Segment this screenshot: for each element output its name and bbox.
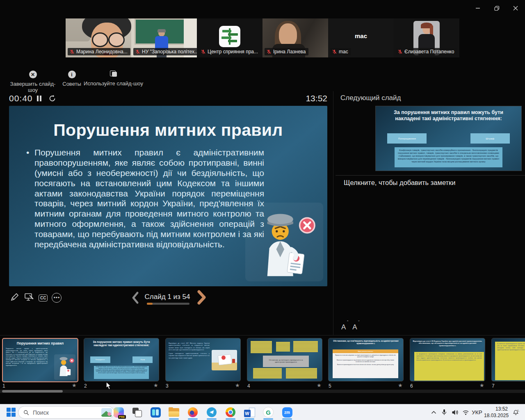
language-indicator[interactable]: УКР — [470, 404, 484, 420]
slide-thumbnail-5[interactable]: Обставинами, що пом'якшують відповідальн… — [328, 338, 404, 381]
start-button[interactable] — [2, 404, 20, 420]
tray-network-button[interactable] — [460, 404, 471, 420]
thumb3-body: Відповідно до статті 467 Митного кодексу… — [169, 342, 210, 361]
thumb3-star-icon[interactable]: ★ — [235, 382, 240, 388]
taskbar: Поиск PRE W — [0, 404, 525, 420]
pause-timer-button[interactable] — [37, 96, 41, 101]
copilot-pre-badge: PRE — [118, 415, 126, 419]
video-tile-participant-1[interactable]: Марина Леонидовна... — [66, 18, 131, 57]
speaker-icon — [452, 409, 459, 415]
notification-center-button[interactable]: z z — [510, 404, 522, 420]
slide-thumbnail-7[interactable]: 4) вчинення правопорушення групою осіб; … — [491, 338, 525, 381]
thumb6-star-icon[interactable]: ★ — [479, 382, 484, 388]
previous-slide-button[interactable] — [131, 291, 139, 306]
muted-mic-icon — [69, 49, 75, 55]
thumb2-title: За порушення митних правил можуть бути н… — [88, 340, 155, 347]
copilot-icon: PRE — [114, 407, 124, 418]
running-indicator — [207, 418, 217, 420]
pen-tool-icon[interactable] — [10, 292, 20, 304]
slide-title: Порушення митних правил — [9, 121, 327, 140]
thumb2-star-icon[interactable]: ★ — [153, 382, 158, 388]
slide-thumbnail-2[interactable]: За порушення митних правил можуть бути н… — [84, 338, 159, 381]
thumb2-number: 2 — [84, 383, 87, 389]
restore-button[interactable] — [490, 2, 504, 14]
slide-body: • Порушення митних правил є адміністрати… — [26, 148, 264, 250]
taskbar-clock[interactable]: 13:52 18.03.2025 — [484, 406, 508, 419]
running-indicator — [282, 418, 292, 420]
participant-name: mac — [339, 49, 348, 55]
thumb7-body: 4) вчинення правопорушення групою осіб; … — [495, 342, 525, 380]
bullet-marker: • — [26, 148, 29, 158]
thumb5-number: 5 — [329, 383, 331, 389]
muted-mic-icon — [135, 49, 140, 55]
participant-name: Ірина Лазнева — [273, 49, 306, 55]
tray-volume-button[interactable] — [450, 404, 460, 420]
minimize-button[interactable] — [471, 2, 485, 14]
thumb4-center-box: Обставинами, що пом'якшують відповідальн… — [263, 356, 309, 367]
restart-timer-button[interactable] — [48, 94, 56, 104]
thumb5-star-icon[interactable]: ★ — [398, 382, 403, 388]
slide-thumbnail-6[interactable]: Відповідно до статті 35 Кодексу України … — [410, 338, 485, 381]
thumb1-title: Порушення митних правил — [3, 341, 78, 345]
firefox-button[interactable] — [184, 404, 201, 420]
zoom-button[interactable]: zm — [278, 404, 296, 420]
thumb5-box: Щире розкаяння винного Відвернення винни… — [333, 349, 398, 378]
thumbnail-scrollbar-track[interactable] — [0, 390, 525, 393]
slide-thumbnail-1[interactable]: Порушення митних правил Порушення митних… — [2, 338, 78, 382]
current-slide[interactable]: Порушення митних правил • Порушення митн… — [9, 106, 327, 286]
next-slide-title: За порушення митних правил можуть бути н… — [383, 110, 514, 122]
folder-icon — [169, 408, 179, 417]
tray-microphone-button[interactable] — [439, 404, 450, 420]
telegram-button[interactable] — [203, 404, 220, 420]
more-options-icon[interactable]: ••• — [52, 293, 62, 303]
video-tile-participant-3[interactable]: Центр сприяння пра... — [197, 18, 262, 57]
task-view-button[interactable] — [128, 404, 146, 420]
thumb4-star-icon[interactable]: ★ — [317, 382, 322, 388]
end-slideshow-button[interactable]: ✕ Завершить слайд-шоу — [6, 71, 60, 93]
file-explorer-button[interactable] — [165, 404, 183, 420]
video-tile-participant-6[interactable]: Єлизавета Потапенко — [394, 18, 459, 57]
decrease-font-button[interactable]: Aˇ — [352, 323, 357, 331]
chevron-up-icon — [431, 411, 436, 414]
tips-button[interactable]: i Советы — [60, 71, 84, 87]
thumb2-warning-box: Попередження — [90, 356, 110, 363]
participant-display-name: mac — [328, 32, 394, 39]
tray-expand-button[interactable] — [428, 404, 439, 420]
end-slideshow-label: Завершить слайд-шоу — [10, 81, 56, 93]
close-circle-icon: ✕ — [29, 71, 37, 78]
app-panels-button[interactable] — [147, 404, 164, 420]
next-slide-preview: За порушення митних правил можуть бути н… — [375, 106, 522, 171]
thumbnail-scrollbar-thumb[interactable] — [2, 390, 63, 393]
participant-name: Центр сприяння пра... — [208, 49, 258, 55]
closed-captions-icon[interactable]: CC — [39, 294, 48, 301]
thumb4-box — [251, 341, 272, 353]
participant-name-badge: Марина Леонидовна... — [68, 48, 130, 55]
increase-font-button[interactable]: Aˆ — [341, 323, 346, 331]
thumbnail-strip-divider — [0, 335, 525, 336]
next-slide-button[interactable] — [196, 290, 207, 307]
presenter-window: Марина Леонидовна... НУ "Запорізька полі… — [0, 0, 525, 420]
slide-thumbnail-4[interactable]: Обставинами, що пом'якшують відповідальн… — [247, 338, 322, 381]
video-tile-participant-5[interactable]: mac mac — [328, 18, 394, 57]
use-slideshow-button[interactable]: Используйте слайд-шоу — [84, 71, 143, 87]
laser-pointer-icon[interactable] — [24, 292, 34, 304]
participant-name-badge: Ірина Лазнева — [265, 48, 308, 55]
chrome-button[interactable] — [222, 404, 239, 420]
running-indicator — [169, 418, 179, 420]
video-tile-participant-4[interactable]: Ірина Лазнева — [262, 18, 328, 57]
firefox-icon — [188, 407, 198, 417]
grammarly-icon: G — [263, 407, 274, 418]
thumb1-star-icon[interactable]: ★ — [72, 382, 77, 388]
grammarly-button[interactable]: G — [260, 404, 277, 420]
close-button[interactable] — [509, 2, 523, 14]
slide-thumbnail-3[interactable]: Відповідно до статті 467 Митного кодексу… — [165, 338, 241, 381]
video-tile-participant-2-active[interactable]: НУ "Запорізька політех... — [131, 18, 197, 57]
svg-text:z: z — [518, 410, 519, 412]
notes-placeholder[interactable]: Щелкните, чтобы добавить заметки — [344, 179, 456, 187]
word-button[interactable]: W — [241, 404, 258, 420]
windows-logo-icon — [7, 408, 16, 417]
taskbar-search-input[interactable]: Поиск — [18, 406, 114, 419]
thumb4-box — [293, 341, 318, 352]
copilot-button[interactable]: PRE — [110, 404, 127, 420]
notes-divider — [336, 175, 525, 176]
